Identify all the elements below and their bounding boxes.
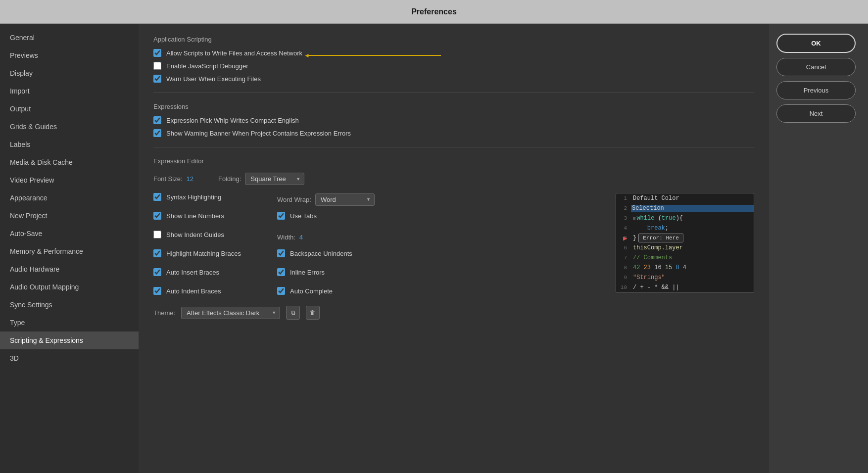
backspace-unindents-row: Backspace Unindents	[277, 249, 352, 257]
highlight-matching-braces-checkbox[interactable]	[153, 249, 161, 257]
folding-label: Folding:	[218, 175, 241, 183]
folding-dropdown-wrapper: Square Tree Arrow None	[245, 173, 304, 185]
auto-complete-row: Auto Complete	[277, 287, 333, 295]
auto-indent-braces-label: Auto Indent Braces	[166, 287, 221, 295]
sidebar-item-appearance[interactable]: Appearance	[0, 189, 139, 207]
expression-editor-header: Expression Editor	[153, 157, 754, 165]
sidebar-item-type[interactable]: Type	[0, 314, 139, 331]
sidebar-item-auto-save[interactable]: Auto-Save	[0, 225, 139, 242]
highlight-matching-braces-label: Highlight Matching Braces	[166, 250, 241, 257]
enable-js-debugger-checkbox[interactable]	[153, 62, 161, 70]
line-content-8: 42 23 16 15 8 4	[631, 264, 754, 271]
allow-scripts-checkbox[interactable]	[153, 49, 161, 57]
cancel-button[interactable]: Cancel	[776, 58, 856, 76]
show-indent-guides-row: Show Indent Guides	[153, 231, 262, 238]
line-content-9: "Strings"	[631, 274, 754, 281]
sidebar-item-import[interactable]: Import	[0, 82, 139, 100]
show-warning-banner-checkbox[interactable]	[153, 129, 161, 137]
sidebar-item-media-disk-cache[interactable]: Media & Disk Cache	[0, 153, 139, 171]
next-button[interactable]: Next	[776, 104, 856, 123]
word-wrap-label: Word Wrap:	[277, 196, 311, 203]
allow-scripts-row: Allow Scripts to Write Files and Access …	[153, 49, 754, 62]
auto-insert-braces-label: Auto Insert Braces	[166, 269, 219, 276]
sidebar-item-previews[interactable]: Previews	[0, 47, 139, 64]
auto-complete-label: Auto Complete	[290, 287, 333, 295]
theme-dropdown-wrapper: After Effects Classic Dark	[181, 307, 280, 319]
auto-indent-braces-checkbox[interactable]	[153, 287, 161, 295]
line-num-7: 7	[616, 255, 631, 261]
show-line-numbers-label: Show Line Numbers	[166, 212, 224, 220]
show-warning-banner-label: Show Warning Banner When Project Contain…	[166, 130, 351, 137]
line-num-6: 6	[616, 245, 631, 251]
show-line-numbers-checkbox[interactable]	[153, 212, 161, 220]
line-num-1: 1	[616, 195, 631, 201]
warn-user-row: Warn User When Executing Files	[153, 75, 754, 83]
inline-errors-checkbox[interactable]	[277, 268, 285, 276]
ok-button[interactable]: OK	[776, 34, 856, 53]
backspace-unindents-checkbox[interactable]	[277, 249, 285, 257]
use-tabs-row: Use Tabs	[277, 212, 317, 220]
sidebar-item-audio-output-mapping[interactable]: Audio Output Mapping	[0, 278, 139, 296]
syntax-highlighting-checkbox[interactable]	[153, 193, 161, 201]
expr-bottom-layout: Syntax Highlighting Word Wrap: Word None…	[153, 193, 754, 320]
theme-label: Theme:	[153, 309, 175, 317]
width-value: 4	[299, 234, 303, 241]
inline-errors-label: Inline Errors	[290, 269, 325, 276]
code-line-3: 3 ⊟while (true){	[616, 213, 754, 223]
expr-settings: Syntax Highlighting Word Wrap: Word None…	[153, 193, 606, 320]
word-wrap-control: Word Wrap: Word None Bounded	[277, 193, 375, 206]
line-num-10: 10	[616, 284, 631, 290]
sidebar-item-scripting-expressions[interactable]: Scripting & Expressions	[0, 331, 139, 349]
warn-user-checkbox[interactable]	[153, 75, 161, 83]
expression-pick-whip-label: Expression Pick Whip Writes Compact Engl…	[166, 117, 299, 124]
line-content-6: thisComp.layer	[631, 244, 754, 251]
sidebar-item-display[interactable]: Display	[0, 64, 139, 82]
sidebar-item-sync-settings[interactable]: Sync Settings	[0, 296, 139, 314]
word-wrap-dropdown[interactable]: Word None Bounded	[315, 193, 375, 206]
expression-pick-whip-checkbox[interactable]	[153, 116, 161, 124]
enable-js-debugger-label: Enable JavaScript Debugger	[166, 62, 248, 70]
code-line-8: 8 42 23 16 15 8 4	[616, 263, 754, 273]
right-buttons-panel: OK Cancel Previous Next	[769, 24, 868, 473]
line-content-7: // Comments	[631, 254, 754, 261]
theme-delete-button[interactable]: 🗑	[306, 306, 320, 320]
sidebar-item-video-preview[interactable]: Video Preview	[0, 171, 139, 189]
code-preview: 1 Default Color 2 Selection 3 ⊟while (tr…	[616, 193, 754, 293]
line-content-10: / + - * && ||	[631, 284, 754, 291]
sidebar-item-general[interactable]: General	[0, 29, 139, 47]
use-tabs-label: Use Tabs	[290, 212, 317, 220]
folding-control: Folding: Square Tree Arrow None	[218, 173, 304, 185]
error-tooltip: Error: Here	[638, 234, 683, 242]
theme-row: Theme: After Effects Classic Dark ⧉ 🗑	[153, 306, 606, 320]
code-line-9: 9 "Strings"	[616, 273, 754, 283]
syntax-highlighting-row: Syntax Highlighting	[153, 193, 262, 201]
sidebar: GeneralPreviewsDisplayImportOutputGrids …	[0, 24, 139, 473]
sidebar-item-new-project[interactable]: New Project	[0, 207, 139, 225]
theme-dropdown[interactable]: After Effects Classic Dark	[181, 307, 280, 319]
sidebar-item-memory-performance[interactable]: Memory & Performance	[0, 242, 139, 260]
auto-complete-checkbox[interactable]	[277, 287, 285, 295]
inline-errors-row: Inline Errors	[277, 268, 325, 276]
auto-insert-braces-checkbox[interactable]	[153, 268, 161, 276]
use-tabs-checkbox[interactable]	[277, 212, 285, 220]
line-content-3: ⊟while (true){	[631, 215, 754, 222]
code-line-1: 1 Default Color	[616, 193, 754, 203]
sidebar-item-grids-guides[interactable]: Grids & Guides	[0, 118, 139, 136]
width-label: Width:	[277, 234, 295, 241]
sidebar-item-audio-hardware[interactable]: Audio Hardware	[0, 260, 139, 278]
show-line-numbers-row: Show Line Numbers	[153, 212, 262, 220]
theme-copy-button[interactable]: ⧉	[286, 306, 300, 320]
warn-user-label: Warn User When Executing Files	[166, 75, 261, 83]
line-num-8: 8	[616, 265, 631, 271]
auto-insert-braces-row: Auto Insert Braces	[153, 268, 262, 276]
allow-scripts-checkbox-row: Allow Scripts to Write Files and Access …	[153, 49, 302, 57]
sidebar-item-labels[interactable]: Labels	[0, 136, 139, 153]
line-content-2: Selection	[631, 205, 754, 212]
sidebar-item-output[interactable]: Output	[0, 100, 139, 118]
sidebar-item-3d[interactable]: 3D	[0, 349, 139, 367]
line-num-2: 2	[616, 205, 631, 211]
folding-dropdown[interactable]: Square Tree Arrow None	[245, 173, 304, 185]
show-indent-guides-checkbox[interactable]	[153, 231, 161, 238]
allow-scripts-label: Allow Scripts to Write Files and Access …	[166, 49, 302, 57]
previous-button[interactable]: Previous	[776, 81, 856, 99]
